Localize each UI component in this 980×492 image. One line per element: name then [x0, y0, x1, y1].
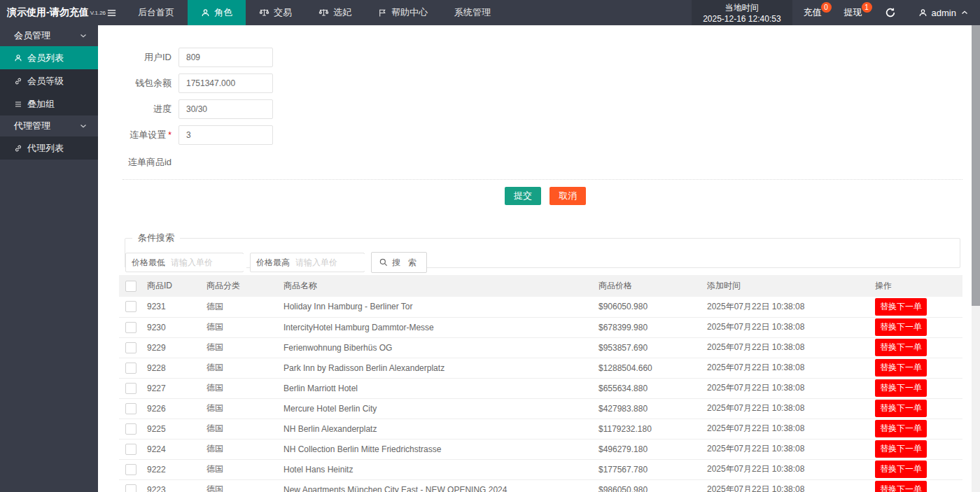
product-name-cell: IntercityHotel Hamburg Dammtor-Messe [284, 317, 598, 337]
chevron-down-icon [79, 122, 88, 130]
table-row: 9230 德国 IntercityHotel Hamburg Dammtor-M… [119, 317, 962, 337]
table-header-row: 商品ID 商品分类 商品名称 商品价格 添加时间 操作 [119, 275, 962, 297]
tab-system-settings[interactable]: 系统管理 [441, 0, 504, 25]
condition-search-row: 价格最低 价格最高 搜 索 [125, 252, 427, 273]
chevron-down-icon [79, 31, 88, 40]
link-icon [14, 144, 22, 153]
withdraw-label: 提现 [844, 6, 862, 19]
product-name-cell: NH Collection Berlin Mitte Friedrichstra… [284, 439, 598, 459]
form-row-chain-order-setting: 连单设置* [98, 125, 273, 145]
col-header-category: 商品分类 [206, 275, 284, 297]
replace-next-order-button[interactable]: 替换下一单 [875, 298, 927, 316]
list-icon [14, 100, 22, 108]
user-menu[interactable]: admin [907, 0, 980, 25]
sidebar-item-stack-group[interactable]: 叠加组 [0, 92, 98, 115]
product-id-cell: 9225 [147, 419, 206, 439]
progress-field[interactable] [178, 99, 273, 119]
sidebar-group-label: 代理管理 [14, 120, 50, 132]
category-cell: 德国 [206, 297, 284, 317]
replace-next-order-button[interactable]: 替换下一单 [875, 359, 927, 377]
row-checkbox[interactable] [125, 301, 136, 312]
row-checkbox[interactable] [125, 464, 136, 475]
product-name-cell: Ferienwohnung Biberhüs OG [284, 337, 598, 358]
tab-help-center[interactable]: 帮助中心 [365, 0, 441, 25]
sidebar-item-agent-list[interactable]: 代理列表 [0, 136, 98, 160]
refresh-button[interactable] [874, 0, 907, 25]
max-price-input[interactable] [295, 254, 371, 271]
row-checkbox[interactable] [125, 423, 136, 435]
replace-next-order-button[interactable]: 替换下一单 [875, 339, 927, 356]
user-id-field[interactable] [178, 48, 273, 67]
replace-next-order-button[interactable]: 替换下一单 [875, 440, 927, 458]
price-cell: $1288504.660 [598, 358, 707, 378]
wallet-balance-field[interactable] [178, 73, 273, 93]
tab-roles[interactable]: 角色 [188, 0, 246, 25]
withdraw-button[interactable]: 提现 1 [833, 0, 874, 25]
search-button-label: 搜 索 [392, 257, 419, 269]
select-all-checkbox[interactable] [125, 281, 136, 292]
row-checkbox[interactable] [125, 484, 136, 492]
form-row-chain-product-id: 连单商品id [98, 156, 172, 169]
min-price-group: 价格最低 [125, 253, 244, 272]
sidebar-item-member-list[interactable]: 会员列表 [0, 46, 98, 69]
replace-next-order-button[interactable]: 替换下一单 [875, 379, 927, 397]
row-checkbox[interactable] [125, 444, 136, 455]
add-time-cell: 2025年07月22日 10:38:08 [707, 317, 875, 337]
tab-trade[interactable]: 交易 [246, 0, 305, 25]
scrollbar-thumb[interactable] [972, 25, 980, 306]
product-id-cell: 9228 [147, 358, 206, 378]
replace-next-order-button[interactable]: 替换下一单 [875, 318, 927, 336]
replace-next-order-button[interactable]: 替换下一单 [875, 400, 927, 417]
col-header-name: 商品名称 [284, 275, 598, 297]
field-label: 钱包余额 [98, 77, 172, 90]
cancel-button[interactable]: 取消 [550, 187, 586, 205]
replace-next-order-button[interactable]: 替换下一单 [875, 481, 927, 492]
submit-button[interactable]: 提交 [505, 187, 541, 205]
product-name-cell: NH Berlin Alexanderplatz [284, 419, 598, 439]
price-cell: $1179232.180 [598, 419, 707, 439]
user-icon [918, 8, 927, 17]
category-cell: 德国 [206, 378, 284, 398]
chain-order-setting-field[interactable] [178, 125, 273, 145]
row-checkbox[interactable] [125, 363, 136, 374]
condition-search-panel: 条件搜索 价格最低 价格最高 搜 索 [125, 232, 960, 268]
recharge-button[interactable]: 充值 0 [792, 0, 833, 25]
page-scrollbar[interactable] [972, 25, 980, 492]
col-header-actions: 操作 [875, 275, 962, 297]
row-checkbox[interactable] [125, 403, 136, 414]
sidebar-group-agent-mgmt[interactable]: 代理管理 [0, 115, 98, 136]
app-title-text: 演示使用-请勿充值 [7, 6, 89, 19]
table-row: 9228 德国 Park Inn by Radisson Berlin Alex… [119, 358, 962, 378]
search-button[interactable]: 搜 索 [371, 252, 427, 273]
table-row: 9225 德国 NH Berlin Alexanderplatz $117923… [119, 419, 962, 439]
tab-label: 交易 [274, 6, 292, 19]
row-checkbox[interactable] [125, 322, 136, 333]
table-row: 9227 德国 Berlin Marriott Hotel $655634.88… [119, 378, 962, 398]
sidebar-group-member-mgmt[interactable]: 会员管理 [0, 25, 98, 46]
flag-icon [378, 8, 387, 17]
product-id-cell: 9229 [147, 337, 206, 358]
table-row: 9231 德国 Holiday Inn Hamburg - Berliner T… [119, 297, 962, 317]
local-time: 当地时间 2025-12-16 12:40:53 [692, 0, 792, 25]
tab-select[interactable]: 选妃 [305, 0, 365, 25]
price-cell: $427983.880 [598, 398, 707, 419]
min-price-input[interactable] [171, 254, 246, 271]
tab-dashboard[interactable]: 后台首页 [125, 0, 188, 25]
add-time-cell: 2025年07月22日 10:38:08 [707, 337, 875, 358]
scales-icon [318, 8, 329, 17]
row-checkbox[interactable] [125, 383, 136, 394]
sidebar-nav: 会员管理 会员列表 会员等级 叠加组 代理管理 代理列表 [0, 25, 98, 492]
table-row: 9229 德国 Ferienwohnung Biberhüs OG $95385… [119, 337, 962, 358]
tab-label: 选妃 [333, 6, 351, 19]
sidebar-item-member-level[interactable]: 会员等级 [0, 69, 98, 92]
scales-icon [259, 8, 270, 17]
row-checkbox[interactable] [125, 342, 136, 353]
top-nav-tabs: 后台首页 角色 交易 选妃 帮助中心 系统管理 [125, 0, 504, 25]
field-label: 连单商品id [98, 156, 172, 169]
replace-next-order-button[interactable]: 替换下一单 [875, 461, 927, 478]
field-label: 进度 [98, 103, 172, 115]
col-header-price: 商品价格 [598, 275, 707, 297]
caret-up-icon [960, 8, 969, 17]
replace-next-order-button[interactable]: 替换下一单 [875, 420, 927, 437]
product-id-cell: 9227 [147, 378, 206, 398]
